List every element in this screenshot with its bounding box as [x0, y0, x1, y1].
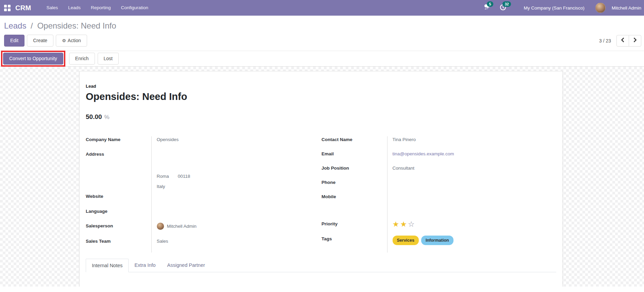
activities-count-badge: 32: [502, 1, 511, 7]
mobile-value: [387, 193, 556, 208]
field-language: Language: [86, 208, 321, 223]
salesperson-label: Salesperson: [86, 223, 151, 238]
annotation-highlight-box: Convert to Opportunity: [1, 51, 65, 67]
menu-reporting[interactable]: Reporting: [86, 0, 116, 16]
field-tags: Tags ServicesInformation: [321, 236, 556, 253]
tag-services: Services: [393, 236, 419, 245]
field-sales-team: Sales Team Sales: [86, 238, 321, 253]
field-group-left: Company Name Opensides Address Roma00118…: [86, 136, 321, 253]
website-value: [151, 193, 321, 208]
messages-button[interactable]: 5: [482, 3, 492, 13]
address-zip: 00118: [178, 174, 191, 179]
menu-configuration[interactable]: Configuration: [116, 0, 153, 16]
mobile-label: Mobile: [321, 193, 387, 208]
probability-unit: %: [104, 114, 110, 121]
tab-extra-info[interactable]: Extra Info: [129, 259, 161, 272]
chevron-right-icon: [633, 37, 637, 44]
pager-previous-button[interactable]: [616, 35, 629, 47]
salesperson-name: Mitchell Admin: [167, 223, 197, 230]
job-position-value: Consultant: [387, 165, 556, 179]
notebook-tabs: Internal Notes Extra Info Assigned Partn…: [86, 259, 556, 272]
record-type-label: Lead: [86, 84, 556, 89]
probability: 50.00 %: [86, 113, 556, 121]
website-label: Website: [86, 193, 151, 208]
user-menu[interactable]: Mitchell Admin: [609, 5, 642, 11]
field-group-right: Contact Name Tina Pinero Email tina@open…: [321, 136, 556, 253]
top-navbar: CRM Sales Leads Reporting Configuration …: [0, 0, 644, 16]
navbar-menus: Sales Leads Reporting Configuration: [41, 0, 153, 16]
enrich-button[interactable]: Enrich: [69, 53, 95, 65]
create-button[interactable]: Create: [27, 35, 53, 47]
content-background: Lead Opensides: Need Info 50.00 % Compan…: [0, 67, 644, 287]
star-filled-icon[interactable]: ★: [400, 221, 407, 228]
company-name-label: Company Name: [86, 136, 151, 151]
email-label: Email: [321, 151, 387, 165]
email-value[interactable]: tina@opensides.example.com: [393, 151, 454, 156]
messages-count-badge: 5: [487, 1, 493, 7]
edit-button[interactable]: Edit: [4, 35, 24, 47]
lead-title: Opensides: Need Info: [86, 91, 556, 102]
address-value: Roma00118 Italy: [151, 151, 321, 193]
breadcrumb-separator: /: [31, 21, 33, 30]
gear-icon: ⚙: [62, 38, 66, 43]
priority-stars: ★★☆: [393, 221, 555, 228]
lead-form-sheet: Lead Opensides: Need Info 50.00 % Compan…: [79, 71, 563, 287]
probability-value: 50.00: [86, 113, 102, 121]
language-value: [151, 208, 321, 223]
tag-information: Information: [421, 236, 453, 245]
company-name-value: Opensides: [151, 136, 321, 151]
address-street2-line: [157, 161, 320, 171]
convert-to-opportunity-button[interactable]: Convert to Opportunity: [3, 53, 63, 65]
field-salesperson: Salesperson Mitchell Admin: [86, 223, 321, 238]
address-city: Roma: [157, 174, 169, 179]
contact-name-label: Contact Name: [321, 136, 387, 151]
lost-button[interactable]: Lost: [98, 53, 119, 65]
contact-name-value: Tina Pinero: [387, 136, 556, 151]
star-empty-icon[interactable]: ☆: [408, 221, 415, 228]
sales-team-label: Sales Team: [86, 238, 151, 253]
salesperson-value[interactable]: Mitchell Admin: [157, 223, 320, 230]
field-job-position: Job Position Consultant: [321, 165, 556, 179]
apps-menu-icon[interactable]: [4, 5, 11, 11]
tab-assigned-partner[interactable]: Assigned Partner: [161, 259, 211, 272]
breadcrumb: Leads / Opensides: Need Info: [4, 21, 641, 31]
address-country: Italy: [157, 182, 320, 192]
field-company-name: Company Name Opensides: [86, 136, 321, 151]
field-priority: Priority ★★☆: [321, 221, 556, 236]
field-address: Address Roma00118 Italy: [86, 151, 321, 193]
phone-value: [387, 179, 556, 193]
control-panel: Leads / Opensides: Need Info Edit Create…: [0, 16, 644, 51]
field-mobile: Mobile: [321, 193, 556, 208]
record-pager: 3 / 23: [599, 35, 641, 47]
menu-sales[interactable]: Sales: [41, 0, 63, 16]
tags-label: Tags: [321, 236, 387, 253]
user-avatar[interactable]: [595, 3, 606, 13]
priority-label: Priority: [321, 221, 387, 236]
statusbar: Convert to Opportunity Enrich Lost: [0, 51, 644, 67]
address-street-line: [157, 151, 320, 161]
company-switcher[interactable]: My Company (San Francisco): [513, 5, 592, 11]
app-name: CRM: [15, 4, 31, 12]
tags-list: ServicesInformation: [393, 236, 555, 245]
salesperson-avatar: [157, 223, 164, 230]
field-email: Email tina@opensides.example.com: [321, 151, 556, 165]
sales-team-value: Sales: [151, 238, 321, 253]
address-city-zip-line: Roma00118: [157, 171, 320, 182]
pager-next-button[interactable]: [629, 35, 641, 47]
breadcrumb-current: Opensides: Need Info: [37, 21, 116, 30]
pager-value: 3 / 23: [599, 38, 611, 44]
tab-internal-notes[interactable]: Internal Notes: [86, 259, 129, 272]
field-contact-name: Contact Name Tina Pinero: [321, 136, 556, 151]
chevron-left-icon: [621, 37, 625, 44]
breadcrumb-leads-link[interactable]: Leads: [4, 21, 26, 30]
field-website: Website: [86, 193, 321, 208]
activities-button[interactable]: 32: [498, 3, 508, 13]
field-spacer: [321, 208, 556, 221]
star-filled-icon[interactable]: ★: [393, 221, 399, 228]
menu-leads[interactable]: Leads: [63, 0, 86, 16]
action-button[interactable]: ⚙Action: [56, 35, 87, 47]
phone-label: Phone: [321, 179, 387, 193]
job-position-label: Job Position: [321, 165, 387, 179]
language-label: Language: [86, 208, 151, 223]
address-label: Address: [86, 151, 151, 193]
